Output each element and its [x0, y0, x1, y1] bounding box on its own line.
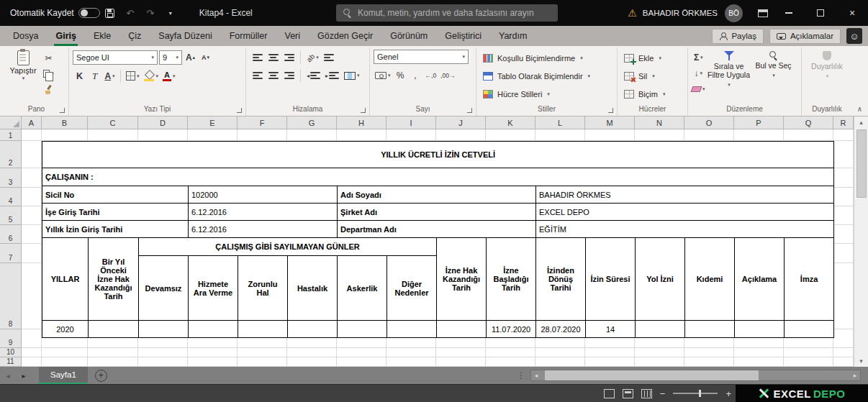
- percent-style-button[interactable]: %: [394, 68, 407, 83]
- info-value-cell[interactable]: EXCEL DEPO: [536, 204, 834, 221]
- column-header-E[interactable]: E: [188, 117, 238, 129]
- font-dialog-launcher[interactable]: [237, 108, 242, 113]
- cut-button[interactable]: ✂: [42, 50, 55, 65]
- decrease-indent-button[interactable]: ◂: [305, 68, 322, 83]
- borders-button[interactable]: ▾: [125, 68, 141, 83]
- data-cell[interactable]: [735, 321, 785, 338]
- subheader-cell-absent[interactable]: Devamsız: [139, 256, 189, 321]
- italic-button[interactable]: T: [88, 68, 101, 83]
- row-header-6[interactable]: 6: [0, 225, 22, 244]
- minimize-button[interactable]: [773, 0, 805, 26]
- font-size-combo[interactable]: 9 ▾: [159, 50, 182, 65]
- row-header-9[interactable]: 9: [0, 329, 22, 348]
- fill-color-button[interactable]: ▾: [143, 68, 161, 83]
- increase-font-button[interactable]: A▴: [184, 50, 197, 65]
- column-header-J[interactable]: J: [436, 117, 486, 129]
- column-header-N[interactable]: N: [635, 117, 684, 129]
- format-cells-button[interactable]: Biçim ▾: [620, 85, 685, 103]
- clear-button[interactable]: ▾: [690, 81, 707, 96]
- maximize-button[interactable]: [805, 0, 836, 26]
- ribbon-tab-veri[interactable]: Veri: [276, 26, 309, 46]
- quick-access-customize-button[interactable]: ▾: [161, 0, 181, 26]
- find-select-button[interactable]: Bul ve Seç ▾: [751, 47, 796, 104]
- number-format-combo[interactable]: Genel ▾: [374, 50, 469, 64]
- scroll-up-icon[interactable]: ▴: [859, 117, 863, 128]
- vertical-scrollbar[interactable]: ▴ ▾: [854, 117, 868, 367]
- share-button[interactable]: Paylaş: [712, 29, 764, 44]
- header-cell-not-counted-group[interactable]: ÇALIŞMIŞ GİBİ SAYILMAYAN GÜNLER: [139, 238, 437, 256]
- info-label-cell[interactable]: Departman Adı: [338, 221, 536, 238]
- column-header-I[interactable]: I: [386, 117, 436, 129]
- column-header-M[interactable]: M: [585, 117, 635, 129]
- comments-button[interactable]: Açıklamalar: [769, 29, 841, 44]
- scroll-right-icon[interactable]: ▸: [850, 372, 860, 379]
- data-cell-year[interactable]: 2020: [42, 321, 89, 338]
- header-cell-note[interactable]: Açıklama: [735, 238, 785, 321]
- zoom-slider[interactable]: [673, 393, 718, 394]
- sheet-tab-sayfa1[interactable]: Sayfa1: [39, 367, 88, 384]
- sensitivity-button[interactable]: Duyarlılık ▾: [805, 47, 849, 104]
- sort-filter-button[interactable]: Sırala ve Filtre Uygula ▾: [707, 47, 751, 104]
- data-cell-start-date[interactable]: 11.07.2020: [487, 321, 536, 338]
- zoom-out-button[interactable]: −: [660, 388, 666, 399]
- wrap-text-button[interactable]: [322, 50, 336, 65]
- paste-button[interactable]: Yapıştır ▾: [6, 47, 40, 104]
- data-cell[interactable]: [238, 321, 288, 338]
- row-header-2[interactable]: 2: [0, 141, 22, 168]
- data-cell[interactable]: [437, 321, 487, 338]
- align-right-button[interactable]: [282, 68, 296, 83]
- row-header-8[interactable]: 8: [0, 263, 22, 329]
- info-value-cell[interactable]: EĞİTİM: [536, 221, 834, 238]
- header-cell-prev-year[interactable]: Bir Yıl Önceki İzne Hak Kazandığı Tarih: [89, 238, 139, 321]
- collapse-ribbon-button[interactable]: ∧: [857, 105, 862, 113]
- normal-view-button[interactable]: [604, 389, 615, 398]
- cell-styles-button[interactable]: Hücre Stilleri ▾: [479, 85, 615, 103]
- ribbon-tab-giriş[interactable]: Giriş: [47, 26, 85, 46]
- page-layout-view-button[interactable]: [623, 389, 633, 398]
- decrease-decimal-button[interactable]: ,00→: [439, 68, 456, 83]
- row-header-4[interactable]: 4: [0, 188, 22, 206]
- data-cell[interactable]: [338, 321, 387, 338]
- ribbon-tab-formüller[interactable]: Formüller: [221, 26, 276, 46]
- column-header-F[interactable]: F: [238, 117, 287, 129]
- page-break-preview-button[interactable]: [641, 389, 652, 398]
- row-header-7[interactable]: 7: [0, 244, 22, 263]
- increase-indent-button[interactable]: ▸: [324, 68, 340, 83]
- header-cell-years[interactable]: YILLAR: [42, 238, 89, 321]
- search-input[interactable]: Komut, metin, yardım ve daha fazlasını a…: [336, 4, 558, 22]
- ribbon-tab-geliştirici[interactable]: Geliştirici: [436, 26, 490, 46]
- alignment-dialog-launcher[interactable]: [361, 108, 366, 113]
- data-cell[interactable]: [785, 321, 834, 338]
- info-label-cell[interactable]: Adı Soyadı: [338, 186, 536, 204]
- merge-center-button[interactable]: ▾: [343, 68, 361, 83]
- section-header-cell[interactable]: ÇALIŞANIN :: [42, 168, 834, 186]
- column-header-G[interactable]: G: [287, 117, 337, 129]
- feedback-smiley-icon[interactable]: ☺: [846, 28, 862, 44]
- horizontal-scrollbar[interactable]: ◂ ▸: [530, 370, 861, 381]
- subheader-cell-force-majeure[interactable]: Zorunlu Hal: [238, 256, 288, 321]
- warning-icon[interactable]: ⚠: [628, 7, 637, 19]
- column-header-R[interactable]: R: [833, 117, 854, 129]
- ribbon-tab-sayfa-düzeni[interactable]: Sayfa Düzeni: [150, 26, 220, 46]
- data-cell[interactable]: [139, 321, 189, 338]
- sheet-nav-right-icon[interactable]: ▸: [16, 367, 32, 384]
- tab-splitter-icon[interactable]: ⋮: [517, 367, 525, 384]
- column-header-H[interactable]: H: [337, 117, 386, 129]
- row-header-1[interactable]: 1: [0, 129, 22, 141]
- document-title-cell[interactable]: YILLIK ÜCRETLİ İZİN CETVELİ: [42, 142, 834, 168]
- info-label-cell[interactable]: Sicil No: [42, 186, 189, 204]
- info-value-cell[interactable]: 102000: [189, 186, 338, 204]
- horizontal-scroll-thumb[interactable]: [545, 370, 759, 380]
- underline-button[interactable]: A▾: [103, 68, 117, 83]
- header-cell-travel-leave[interactable]: Yol İzni: [636, 238, 685, 321]
- row-header-5[interactable]: 5: [0, 206, 22, 225]
- font-color-button[interactable]: A▾: [161, 68, 177, 83]
- column-header-K[interactable]: K: [486, 117, 535, 129]
- subheader-cell-other[interactable]: Diğer Nedenler: [387, 256, 437, 321]
- info-label-cell[interactable]: Yıllık İzin Giriş Tarihi: [42, 221, 189, 238]
- info-label-cell[interactable]: İşe Giriş Tarihi: [42, 204, 189, 221]
- row-header-10[interactable]: 10: [0, 348, 22, 357]
- save-button[interactable]: [100, 0, 120, 26]
- delete-cells-button[interactable]: Sil ▾: [620, 67, 685, 85]
- ribbon-tab-yardım[interactable]: Yardım: [490, 26, 535, 46]
